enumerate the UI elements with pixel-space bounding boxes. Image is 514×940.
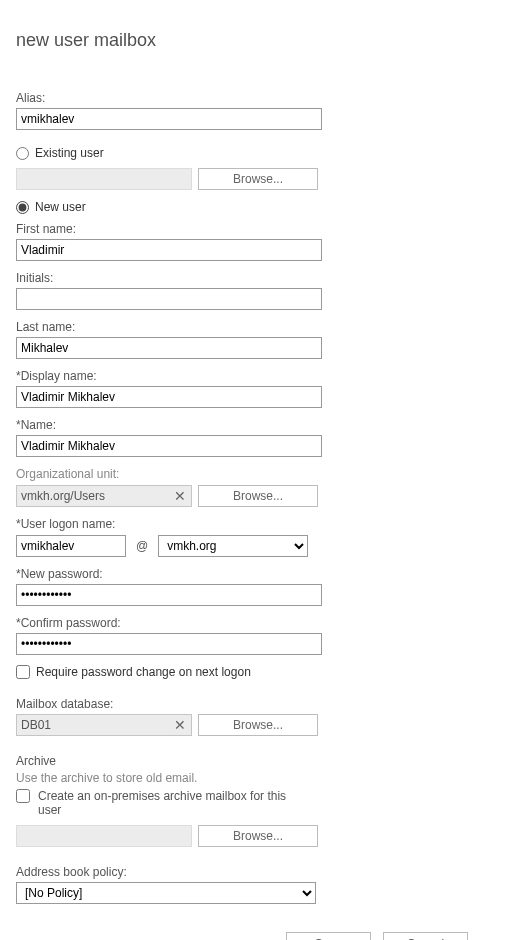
require-change-checkbox[interactable]: [16, 665, 30, 679]
existing-user-browse-button[interactable]: Browse...: [198, 168, 318, 190]
abp-label: Address book policy:: [16, 865, 498, 879]
new-user-radio[interactable]: [16, 201, 29, 214]
mailbox-db-clear-icon[interactable]: ✕: [169, 715, 191, 735]
mailbox-db-browse-button[interactable]: Browse...: [198, 714, 318, 736]
alias-label: Alias:: [16, 91, 498, 105]
initials-input[interactable]: [16, 288, 322, 310]
logon-label: *User logon name:: [16, 517, 498, 531]
display-name-input[interactable]: [16, 386, 322, 408]
ou-input: vmkh.org/Users ✕: [16, 485, 192, 507]
archive-browse-button[interactable]: Browse...: [198, 825, 318, 847]
archive-checkbox-label: Create an on-premises archive mailbox fo…: [38, 789, 308, 817]
archive-hint: Use the archive to store old email.: [16, 771, 498, 785]
first-name-input[interactable]: [16, 239, 322, 261]
save-button[interactable]: Save: [286, 932, 371, 940]
ou-clear-icon[interactable]: ✕: [169, 486, 191, 506]
ou-browse-button[interactable]: Browse...: [198, 485, 318, 507]
name-input[interactable]: [16, 435, 322, 457]
ou-label: Organizational unit:: [16, 467, 498, 481]
new-password-label: *New password:: [16, 567, 498, 581]
mailbox-db-label: Mailbox database:: [16, 697, 498, 711]
logon-at: @: [136, 539, 148, 553]
mailbox-db-input: DB01 ✕: [16, 714, 192, 736]
mailbox-db-value: DB01: [17, 718, 169, 732]
name-label: *Name:: [16, 418, 498, 432]
logon-domain-select[interactable]: vmkh.org: [158, 535, 308, 557]
logon-name-input[interactable]: [16, 535, 126, 557]
archive-db-input: [16, 825, 192, 847]
confirm-password-input[interactable]: [16, 633, 322, 655]
archive-heading: Archive: [16, 754, 498, 768]
last-name-label: Last name:: [16, 320, 498, 334]
archive-checkbox[interactable]: [16, 789, 30, 803]
ou-value: vmkh.org/Users: [17, 489, 169, 503]
existing-user-radio[interactable]: [16, 147, 29, 160]
initials-label: Initials:: [16, 271, 498, 285]
abp-select[interactable]: [No Policy]: [16, 882, 316, 904]
display-name-label: *Display name:: [16, 369, 498, 383]
cancel-button[interactable]: Cancel: [383, 932, 468, 940]
last-name-input[interactable]: [16, 337, 322, 359]
require-change-label: Require password change on next logon: [36, 665, 251, 679]
existing-user-label: Existing user: [35, 146, 104, 160]
new-password-input[interactable]: [16, 584, 322, 606]
confirm-password-label: *Confirm password:: [16, 616, 498, 630]
page-title: new user mailbox: [16, 30, 498, 51]
new-user-label: New user: [35, 200, 86, 214]
existing-user-input: [16, 168, 192, 190]
alias-input[interactable]: [16, 108, 322, 130]
first-name-label: First name:: [16, 222, 498, 236]
